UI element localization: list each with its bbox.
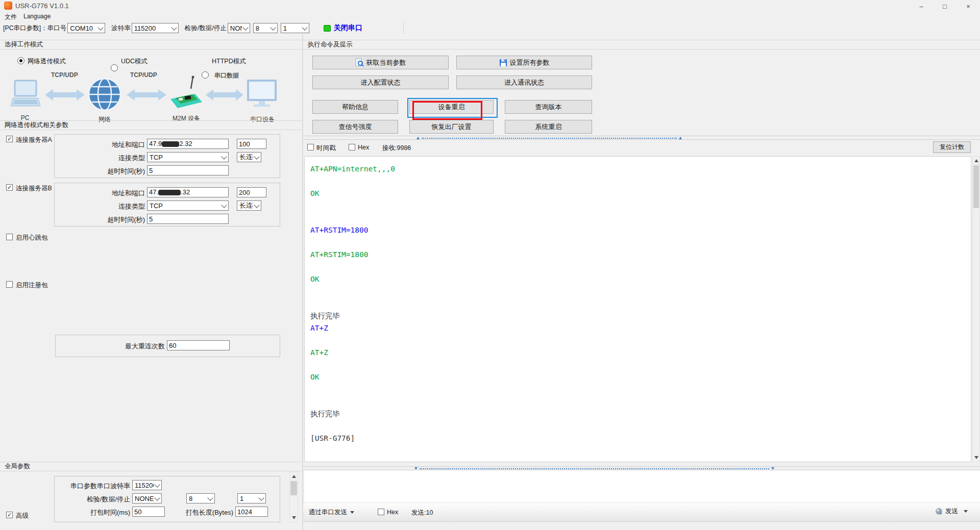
radio-udc[interactable] — [111, 64, 118, 71]
serverB-timeout-input[interactable] — [147, 214, 229, 224]
reconnect-input[interactable] — [167, 340, 230, 350]
scroll-down-icon[interactable] — [290, 514, 298, 522]
radio-net-transparent[interactable] — [17, 57, 24, 64]
pack-len-input[interactable] — [235, 507, 268, 517]
terminal-line: AT+APN=internet,,,0 — [310, 163, 971, 175]
send-hex-checkbox[interactable] — [378, 509, 384, 515]
left-scrollbar[interactable] — [289, 472, 298, 522]
serverB-port-input[interactable] — [237, 187, 266, 197]
chevron-down-icon — [207, 495, 213, 500]
scrollbar-thumb[interactable] — [973, 165, 979, 208]
serverB-checkbox[interactable] — [6, 184, 13, 191]
menu-file[interactable]: 文件 — [5, 13, 17, 21]
advanced-checkbox[interactable] — [6, 512, 13, 518]
maximize-button[interactable]: □ — [933, 0, 957, 12]
chevron-down-icon — [242, 24, 248, 30]
splitter-handle-icon — [771, 467, 774, 470]
right-panel: 执行命令及提示 获取当前参数 设置所有参数 进入配置状态 进入通讯状态 帮助信息… — [303, 35, 980, 530]
scroll-up-icon[interactable] — [290, 472, 298, 481]
enter-comm-button[interactable]: 进入通讯状态 — [456, 75, 592, 89]
net-params-caption: 网络透传模式相关参数 — [0, 120, 302, 130]
terminal-line: OK — [310, 273, 971, 285]
reconnect-label: 最大重连次数 — [56, 342, 165, 351]
terminal-line: [USR-G776] — [310, 432, 971, 444]
recv-hex-checkbox[interactable] — [349, 144, 355, 150]
device-restart-button[interactable]: 设备重启 — [409, 100, 494, 114]
terminal-line: AT+RSTIM=1800 — [310, 248, 971, 261]
regpack-checkbox[interactable] — [6, 281, 13, 288]
stopbits-select[interactable]: 1 — [281, 23, 309, 33]
parity-label: 检验/数据/停止 — [185, 24, 227, 33]
minimize-icon: – — [919, 3, 923, 10]
set-params-button[interactable]: 设置所有参数 — [456, 56, 592, 69]
toolbar-separator — [403, 22, 404, 34]
radio-udc-label: UDC模式 — [121, 57, 148, 66]
scroll-up-icon[interactable] — [973, 157, 979, 165]
baud-label: 波特率 — [111, 24, 131, 33]
serverA-addr-input[interactable]: 47.92.32 — [147, 139, 229, 149]
chevron-down-icon — [254, 202, 259, 208]
send-button[interactable]: 发送 — [935, 507, 968, 516]
serverB-group: 地址和端口 47..32 连接类型 TCP 长连接 超时时间(秒) — [54, 183, 280, 226]
signal-strength-button[interactable]: 查信号强度 — [312, 120, 398, 134]
serverB-connmode-select[interactable]: 长连接 — [237, 200, 261, 211]
chevron-down-icon — [258, 495, 264, 500]
serverA-type-select[interactable]: TCP — [147, 152, 229, 162]
timestamp-checkbox[interactable] — [307, 144, 314, 150]
reset-count-button[interactable]: 复位计数 — [933, 141, 971, 153]
global-stopbits-select[interactable]: 1 — [237, 493, 266, 503]
terminal-scrollbar[interactable] — [972, 156, 980, 462]
serverA-checkbox[interactable] — [6, 136, 13, 142]
recv-count: 接收:9986 — [382, 144, 411, 153]
top-splitter[interactable] — [303, 136, 980, 140]
splitter-dots — [420, 468, 769, 469]
serverB-addr-input[interactable]: 47..32 — [147, 187, 229, 197]
terminal-line: 执行完毕 — [310, 310, 971, 322]
diagram-arrow1-label: TCP/UDP — [51, 71, 78, 79]
pack-time-input[interactable] — [132, 507, 165, 517]
serverA-port-input[interactable] — [237, 139, 266, 149]
send-input-area[interactable] — [304, 470, 980, 502]
chevron-down-icon — [254, 154, 259, 159]
reconnect-group: 最大重连次数 — [55, 335, 280, 357]
close-port-button[interactable]: 关闭串口 — [334, 23, 362, 33]
databits-select[interactable]: 8 — [253, 23, 278, 33]
app-window: USR-G776 V1.0.1 – □ × 文件 Language [PC串口参… — [0, 0, 980, 530]
system-restart-button[interactable]: 系统重启 — [505, 120, 592, 134]
help-button[interactable]: 帮助信息 — [312, 100, 398, 114]
global-parity-select[interactable]: NONE — [132, 493, 162, 503]
factory-reset-button[interactable]: 恢复出厂设置 — [409, 120, 494, 134]
minimize-button[interactable]: – — [910, 0, 933, 12]
global-databits-select[interactable]: 8 — [186, 493, 215, 503]
serverA-timeout-input[interactable] — [147, 165, 229, 175]
menu-language[interactable]: Language — [23, 13, 51, 20]
arrow-icon — [206, 88, 243, 102]
parity-select[interactable]: NONE — [228, 23, 250, 33]
serverA-connmode-select[interactable]: 长连接 — [237, 152, 261, 162]
chevron-down-icon — [98, 24, 104, 30]
send-hex-label: Hex — [387, 509, 398, 516]
bottom-splitter[interactable] — [303, 466, 980, 470]
enter-config-button[interactable]: 进入配置状态 — [312, 75, 449, 89]
com-port-select[interactable]: COM10 — [67, 23, 105, 33]
global-baud-select[interactable]: 115200 — [132, 480, 162, 490]
scrollbar-thumb[interactable] — [290, 481, 297, 495]
serverA-timeout-label: 超时时间(秒) — [55, 167, 145, 176]
pc-serial-label: [PC串口参数]：串口号 — [3, 24, 66, 33]
get-params-button[interactable]: 获取当前参数 — [312, 56, 449, 69]
terminal-output[interactable]: AT+APN=internet,,,0OKAT+RSTIM=1800AT+RST… — [304, 156, 971, 462]
chevron-down-icon — [221, 154, 227, 159]
baud-select[interactable]: 115200 — [132, 23, 179, 33]
query-version-button[interactable]: 查询版本 — [505, 100, 592, 114]
scroll-down-icon[interactable] — [973, 453, 979, 462]
maximize-icon: □ — [943, 3, 947, 10]
serverB-type-select[interactable]: TCP — [147, 200, 229, 211]
splitter-handle-icon — [416, 137, 420, 139]
chevron-down-icon — [221, 202, 227, 208]
heartbeat-label: 启用心跳包 — [16, 234, 48, 242]
heartbeat-checkbox[interactable] — [6, 234, 13, 240]
serverA-type-label: 连接类型 — [55, 154, 145, 163]
close-button[interactable]: × — [957, 0, 980, 12]
send-via-dropdown[interactable]: 通过串口发送 — [309, 508, 354, 517]
splitter-handle-icon — [679, 137, 682, 139]
